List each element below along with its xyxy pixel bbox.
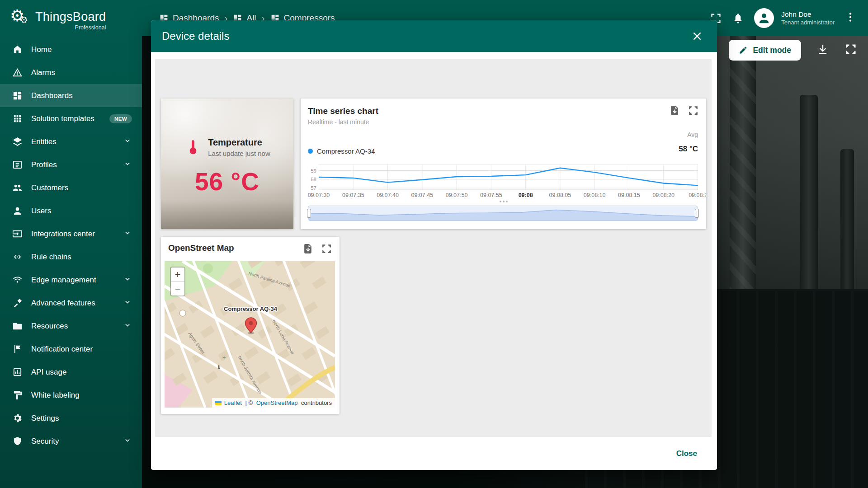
input-arrow-icon: [12, 229, 23, 239]
dashboards-icon: [12, 90, 23, 101]
person-icon: [12, 206, 23, 216]
dialog-body: Temperature Last update just now 56 °C T…: [151, 52, 717, 437]
thermometer-icon: [184, 138, 202, 156]
chevron-down-icon: [123, 228, 132, 239]
warning-triangle-icon: [12, 67, 23, 78]
line-chart: 595857: [308, 164, 698, 190]
y-axis-labels: 595857: [308, 164, 319, 190]
chart-in-box-icon: [12, 367, 23, 378]
chevron-down-icon: [123, 136, 132, 147]
close-icon[interactable]: [688, 27, 706, 45]
sidebar-item-security[interactable]: Security: [0, 430, 142, 453]
home-icon: [12, 44, 23, 55]
line-chart-plot: [319, 164, 698, 190]
dialog-footer: Close: [151, 437, 717, 470]
sidebar-item-users[interactable]: Users: [0, 199, 142, 222]
sidebar-item-resources[interactable]: Resources: [0, 314, 142, 338]
openstreet-map-widget: OpenStreet Map: [161, 237, 340, 414]
layers-icon: [12, 136, 23, 147]
badge-card-icon: [12, 160, 23, 170]
sidebar-item-entities[interactable]: Entities: [0, 130, 142, 153]
sidebar: ⚙⚙ ThingsBoard Professional Home Alarms …: [0, 0, 142, 488]
sidebar-item-solution-templates[interactable]: Solution templates NEW: [0, 107, 142, 130]
chart-legend[interactable]: Compressor AQ-34: [308, 147, 375, 155]
device-details-dialog: Device details Temperature Last update j…: [151, 20, 717, 470]
navigator-left-handle[interactable]: [307, 209, 311, 218]
zoom-out-button[interactable]: −: [171, 282, 184, 296]
sidebar-item-dashboards[interactable]: Dashboards: [0, 84, 142, 107]
dialog-header: Device details: [151, 20, 717, 52]
paint-format-icon: [12, 390, 23, 401]
antenna-wifi-icon: [12, 275, 23, 286]
expand-fullscreen-icon[interactable]: [844, 43, 857, 57]
app-name: ThingsBoard: [35, 10, 106, 24]
aggregation-label: Avg: [679, 131, 698, 138]
thingsboard-gears-icon: ⚙⚙: [10, 8, 31, 29]
timeseries-subtitle: Realtime - last minute: [308, 118, 706, 126]
flag-icon: [12, 344, 23, 355]
openstreetmap-link[interactable]: OpenStreetMap: [256, 399, 298, 406]
sidebar-item-home[interactable]: Home: [0, 38, 142, 61]
code-brackets-icon: [12, 252, 23, 263]
close-button[interactable]: Close: [670, 445, 703, 463]
leaflet-link[interactable]: Leaflet: [224, 399, 242, 406]
notifications-bell-icon[interactable]: [732, 12, 744, 24]
user-info: John Doe Tenant administrator: [781, 10, 835, 26]
edit-mode-button[interactable]: Edit mode: [729, 40, 801, 61]
aggregation-value: 58 °C: [679, 145, 698, 154]
sidebar-item-integrations-center[interactable]: Integrations center: [0, 222, 142, 245]
sidebar-item-edge-management[interactable]: Edge management: [0, 268, 142, 291]
expand-widget-icon[interactable]: [321, 243, 332, 254]
chevron-down-icon: [123, 159, 132, 170]
marker-label: Compressor AQ-34: [224, 305, 278, 312]
legend-dot: [308, 149, 313, 154]
sidebar-item-profiles[interactable]: Profiles: [0, 153, 142, 176]
sidebar-item-customers[interactable]: Customers: [0, 176, 142, 199]
chevron-down-icon: [123, 297, 132, 309]
export-data-icon[interactable]: [669, 105, 680, 116]
tools-icon: [12, 298, 23, 309]
person-icon: [757, 11, 771, 25]
user-avatar[interactable]: [754, 8, 774, 28]
chevron-down-icon: [123, 320, 132, 332]
sidebar-item-alarms[interactable]: Alarms: [0, 61, 142, 84]
gear-icon: [12, 413, 23, 424]
dialog-title: Device details: [162, 30, 229, 42]
sidebar-item-rule-chains[interactable]: Rule chains: [0, 245, 142, 268]
navigator-right-handle[interactable]: [695, 209, 699, 218]
ukraine-flag-icon: [215, 401, 222, 405]
shield-icon: [12, 436, 23, 447]
app-logo[interactable]: ⚙⚙ ThingsBoard Professional: [0, 0, 142, 36]
chart-range-navigator[interactable]: [308, 206, 698, 221]
topbar-actions: John Doe Tenant administrator: [710, 8, 868, 28]
legend-series-name: Compressor AQ-34: [317, 147, 375, 155]
temperature-title: Temperature: [208, 137, 270, 148]
edit-mode-label: Edit mode: [753, 46, 791, 55]
expand-widget-icon[interactable]: [688, 105, 699, 116]
download-icon[interactable]: [816, 43, 829, 57]
temperature-value: 56 °C: [195, 167, 259, 196]
navigator-area: [308, 206, 698, 221]
sidebar-item-api-usage[interactable]: API usage: [0, 361, 142, 384]
new-badge: NEW: [109, 114, 132, 123]
kebab-menu-icon[interactable]: [844, 11, 856, 25]
folder-icon: [12, 321, 23, 332]
timeseries-title: Time series chart: [308, 106, 706, 116]
sidebar-item-white-labeling[interactable]: White labeling: [0, 384, 142, 407]
temperature-widget: Temperature Last update just now 56 °C: [161, 99, 293, 229]
chevron-down-icon: [123, 274, 132, 286]
temperature-last-update: Last update just now: [208, 150, 270, 157]
user-name: John Doe: [781, 10, 835, 19]
app-edition: Professional: [75, 24, 106, 31]
sidebar-item-settings[interactable]: Settings: [0, 407, 142, 430]
map-attribution: Leaflet | © OpenStreetMap contributors: [212, 398, 335, 408]
navigator-grip[interactable]: [500, 201, 508, 202]
sidebar-item-notification-center[interactable]: Notification center: [0, 338, 142, 361]
sidebar-nav: Home Alarms Dashboards Solution template…: [0, 36, 142, 453]
zoom-in-button[interactable]: +: [171, 267, 184, 282]
apps-grid-icon: [12, 113, 23, 124]
map-canvas[interactable]: ℹ + North Paulina Avenue Agate Street No…: [165, 261, 335, 408]
export-data-icon[interactable]: [302, 243, 314, 254]
map-zoom-control: + −: [170, 267, 185, 296]
sidebar-item-advanced-features[interactable]: Advanced features: [0, 291, 142, 314]
